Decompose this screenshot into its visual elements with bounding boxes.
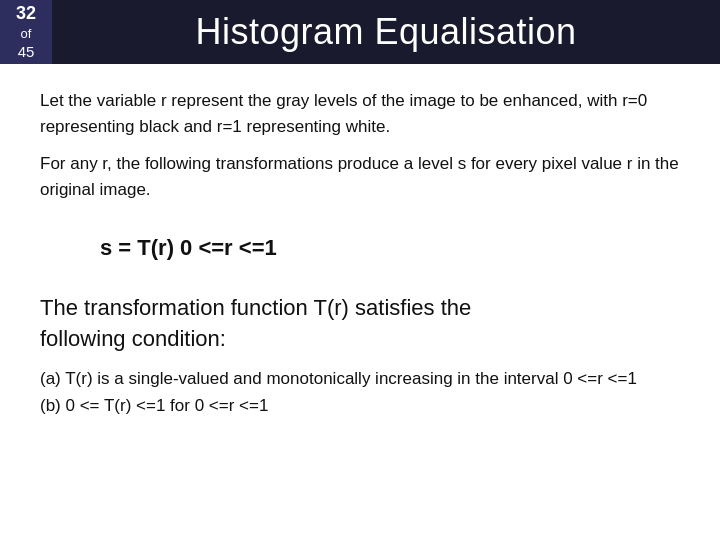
slide-title: Histogram Equalisation	[52, 0, 720, 64]
header: 32 of 45 Histogram Equalisation	[0, 0, 720, 64]
intro-paragraph-1: Let the variable r represent the gray le…	[40, 88, 680, 141]
condition-b: (b) 0 <= T(r) <=1 for 0 <=r <=1	[40, 392, 680, 419]
formula-text: s = T(r) 0 <=r <=1	[100, 235, 277, 260]
conditions: (a) T(r) is a single-valued and monotoni…	[40, 365, 680, 419]
slide-content: Let the variable r represent the gray le…	[0, 64, 720, 453]
transform-heading-line1: The transformation function T(r) satisfi…	[40, 295, 471, 320]
intro-paragraph-2: For any r, the following transformations…	[40, 151, 680, 204]
intro-text-2: For any r, the following transformations…	[40, 154, 679, 199]
transform-heading: The transformation function T(r) satisfi…	[40, 293, 680, 355]
intro-text-1: Let the variable r represent the gray le…	[40, 91, 647, 136]
condition-a: (a) T(r) is a single-valued and monotoni…	[40, 365, 680, 392]
transform-heading-line2: following condition:	[40, 326, 226, 351]
formula: s = T(r) 0 <=r <=1	[100, 231, 680, 265]
total-slides: 45	[18, 42, 35, 62]
of-label: of	[21, 26, 32, 43]
slide-counter: 32 of 45	[0, 0, 52, 64]
slide-number: 32	[16, 2, 36, 25]
transform-section: The transformation function T(r) satisfi…	[40, 293, 680, 419]
